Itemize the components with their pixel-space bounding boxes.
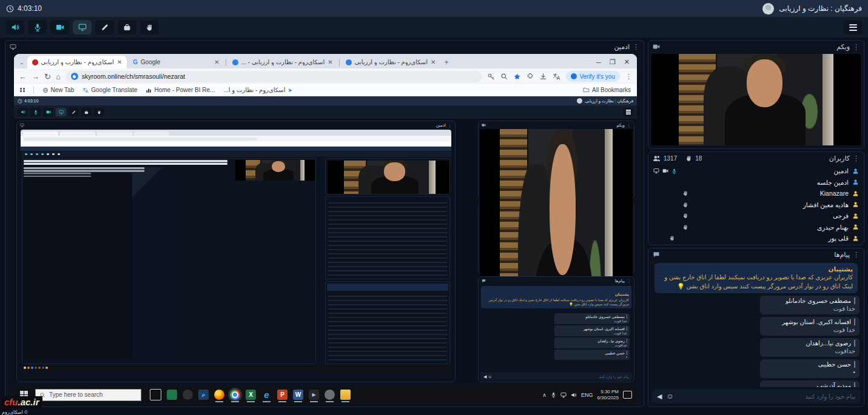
tab-label: Google bbox=[141, 59, 160, 65]
microphone-button[interactable] bbox=[28, 20, 47, 35]
tray-chevron[interactable]: ∧ bbox=[542, 392, 547, 398]
chrome-icon[interactable] bbox=[230, 390, 240, 400]
monitor-icon bbox=[10, 44, 16, 50]
tab-close-icon[interactable]: ✕ bbox=[214, 59, 219, 65]
emoji-icon[interactable]: ☺ bbox=[666, 392, 673, 400]
send-icon[interactable]: ◀ bbox=[657, 393, 662, 400]
camera-button[interactable] bbox=[50, 20, 69, 35]
app-icon-controller[interactable] bbox=[183, 390, 193, 400]
minimize-button[interactable]: ─ bbox=[596, 59, 601, 66]
user-row[interactable]: عاطفه سادات بدری ..قم bbox=[653, 244, 859, 246]
cam-on-icon bbox=[662, 168, 668, 174]
user-row[interactable]: قلی پور bbox=[653, 233, 859, 244]
browser-tab-google[interactable]: G Google ✕ bbox=[128, 56, 224, 68]
l2-webcam-panel: ⋮وبکم bbox=[478, 121, 634, 199]
users-total: 1317 bbox=[664, 155, 677, 162]
close-button[interactable]: ✕ bbox=[624, 58, 630, 66]
zoom-icon[interactable] bbox=[500, 73, 508, 80]
all-bookmarks-button[interactable]: All Bookmarks bbox=[583, 87, 631, 93]
media-player-icon[interactable]: ▶ bbox=[309, 390, 319, 400]
clock-icon bbox=[18, 99, 22, 104]
extensions-icon[interactable] bbox=[527, 73, 534, 80]
ie-icon[interactable]: e bbox=[261, 390, 272, 400]
user-row[interactable]: ادمین جلسه bbox=[653, 177, 859, 188]
person-icon bbox=[852, 190, 859, 197]
camera-icon bbox=[653, 43, 660, 50]
l2-webcam-video bbox=[480, 129, 633, 199]
tray-speaker-icon[interactable] bbox=[571, 392, 577, 398]
skyroom-copyright: © اسکای‌روم bbox=[2, 410, 28, 415]
screenshare-button[interactable] bbox=[73, 20, 92, 35]
app-icon-laptop[interactable]: ⌕ bbox=[198, 390, 209, 400]
message-input[interactable]: پیام خود را وارد کنید ☺ ◀ bbox=[651, 389, 861, 403]
taskbar-search[interactable]: Type here to search bbox=[35, 389, 141, 401]
tab-close-icon[interactable]: ✕ bbox=[328, 59, 332, 65]
browser-tab-active[interactable]: اسکای‌روم - نظارت و ارزیابی ✕ bbox=[27, 56, 127, 68]
verify-profile-button[interactable]: Verify it's you bbox=[566, 71, 620, 82]
url-text: skyroom.online/ch/smrasouli/nezarat bbox=[82, 73, 185, 80]
powerpoint-icon[interactable]: P bbox=[277, 390, 288, 400]
users-stats: 1317 18 bbox=[653, 154, 702, 162]
bookmark-skyroom[interactable]: ➤اسکای‌روم - نظارت و ا... bbox=[223, 87, 292, 93]
files-button[interactable] bbox=[118, 20, 136, 35]
user-row[interactable]: ادمین bbox=[653, 165, 859, 177]
l2-pinned-message: پشتیبان کاربران عزیزی که صدا یا تصویر رو… bbox=[481, 286, 631, 308]
folder-icon[interactable] bbox=[340, 390, 351, 400]
browser-menu-icon[interactable]: ⋮ bbox=[625, 73, 632, 80]
excel-icon[interactable]: X bbox=[246, 390, 256, 400]
home-icon[interactable]: ⌂ bbox=[56, 72, 61, 81]
tray-clock[interactable]: 5:30 PM6/30/2025 bbox=[597, 389, 619, 400]
speaker-button[interactable] bbox=[5, 20, 24, 35]
reload-icon[interactable]: ↻ bbox=[44, 72, 51, 81]
password-key-icon[interactable] bbox=[487, 73, 495, 81]
panel-kebab-icon[interactable]: ⋮ bbox=[853, 251, 860, 258]
user-row[interactable]: فرجی bbox=[653, 210, 859, 222]
tab-close-icon[interactable]: ✕ bbox=[431, 59, 436, 65]
messages-scroll-area[interactable]: پشتیبان کاربران عزیزی که صدا یا تصویر رو… bbox=[651, 261, 861, 387]
nested-screen-level5 bbox=[24, 167, 175, 359]
forward-icon[interactable]: → bbox=[32, 72, 39, 81]
task-view-icon[interactable] bbox=[150, 389, 161, 400]
maximize-button[interactable]: ❐ bbox=[610, 58, 616, 66]
word-icon[interactable]: W bbox=[293, 390, 303, 400]
translate-icon[interactable] bbox=[553, 73, 560, 81]
user-row[interactable]: بهنام حیدری bbox=[653, 222, 859, 233]
paint-icon[interactable] bbox=[325, 390, 335, 400]
user-avatar[interactable] bbox=[762, 3, 774, 15]
messages-panel: ⋮ پیام‌ها پشتیبان کاربران عزیزی که صدا ی… bbox=[648, 248, 864, 407]
raise-hand-button[interactable] bbox=[140, 20, 159, 35]
chat-message: حسن خطیبی • bbox=[760, 359, 860, 378]
apps-grid-icon[interactable] bbox=[20, 88, 25, 93]
bookmark-star-icon[interactable] bbox=[513, 73, 521, 81]
pinned-sender: پشتیبان bbox=[659, 265, 853, 273]
chart-icon bbox=[146, 87, 152, 93]
address-bar[interactable]: skyroom.online/ch/smrasouli/nezarat bbox=[66, 71, 483, 82]
tray-display-icon[interactable] bbox=[560, 392, 567, 398]
browser-tab-skyroom-3[interactable]: اسکای‌روم - نظارت و ارزیابی ✕ bbox=[341, 56, 441, 68]
panel-kebab-icon[interactable]: ⋮ bbox=[853, 155, 860, 162]
windows-taskbar: Type here to search ⌕ X e P W ▶ bbox=[14, 387, 637, 403]
tab-search-chevron[interactable]: ⌄ bbox=[18, 59, 26, 65]
room-title: فرهنگیان : نظارت و ارزیابی bbox=[779, 4, 862, 13]
bookmark-powerbi[interactable]: Home - Power BI Re... bbox=[146, 87, 215, 93]
firefox-icon[interactable] bbox=[214, 390, 224, 400]
bookmark-newtab[interactable]: New Tab bbox=[42, 87, 75, 93]
hands-raised-count: 18 bbox=[695, 155, 702, 162]
app-icon-green[interactable] bbox=[167, 390, 177, 400]
menu-button[interactable] bbox=[844, 20, 863, 35]
browser-toolbar: ← → ↻ ⌂ skyroom.online/ch/smrasouli/neza… bbox=[14, 68, 637, 84]
back-icon[interactable]: ← bbox=[19, 72, 27, 81]
tray-language[interactable]: ENG bbox=[581, 392, 593, 398]
downloads-icon[interactable] bbox=[539, 73, 547, 81]
panel-kebab-icon[interactable]: ⋮ bbox=[633, 44, 639, 50]
panel-kebab-icon[interactable]: ⋮ bbox=[853, 44, 860, 50]
tray-mic-icon[interactable] bbox=[551, 392, 556, 397]
notification-center-icon[interactable] bbox=[623, 391, 632, 399]
new-tab-button[interactable]: + bbox=[442, 58, 451, 67]
user-row[interactable]: Kianazare bbox=[653, 188, 859, 199]
user-row[interactable]: هادیه معین افشار bbox=[653, 199, 859, 211]
whiteboard-button[interactable] bbox=[95, 20, 114, 35]
bookmark-gtranslate[interactable]: Google Translate bbox=[82, 87, 137, 93]
tab-close-icon[interactable]: ✕ bbox=[117, 59, 122, 65]
browser-tab-skyroom-2[interactable]: اسکای‌روم - نظارت و ارزیابی - ... ✕ bbox=[227, 56, 338, 68]
